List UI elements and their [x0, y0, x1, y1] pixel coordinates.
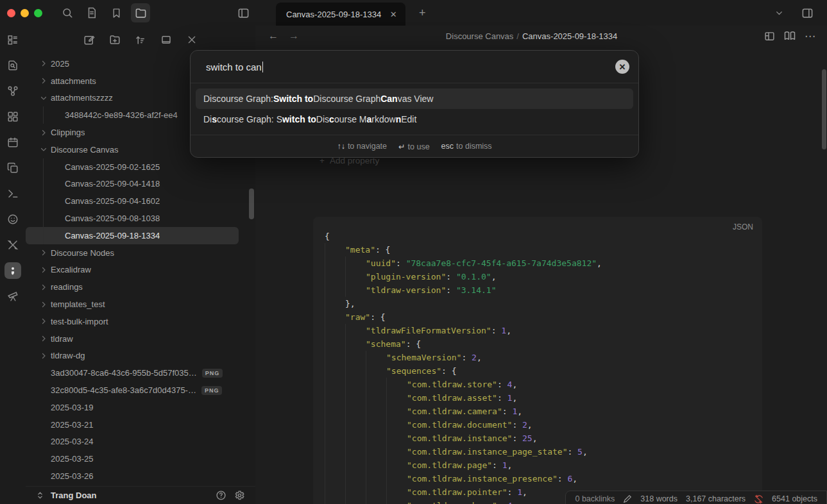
sort-order-icon[interactable] [131, 30, 150, 49]
terminal-icon[interactable] [4, 185, 21, 202]
chevron-down-icon[interactable] [769, 3, 789, 22]
palette-result[interactable]: Discourse Graph: Switch to Discourse Mar… [196, 109, 633, 130]
smile-icon[interactable] [4, 211, 21, 228]
close-window-button[interactable] [7, 9, 15, 17]
discourse-plugin-icon[interactable] [4, 262, 21, 279]
back-button[interactable]: ← [268, 30, 278, 42]
objects-count[interactable]: 6541 objects [772, 494, 817, 503]
tree-file[interactable]: Canvas-2025-09-18-1334 [26, 227, 239, 244]
chevron-right-icon[interactable] [40, 266, 51, 274]
chevron-down-icon[interactable] [40, 146, 51, 153]
new-note-icon[interactable] [80, 30, 99, 49]
new-folder-icon[interactable] [105, 30, 124, 49]
chevron-right-icon[interactable] [40, 77, 51, 85]
layout-icon[interactable] [764, 31, 775, 42]
tree-item-label: Canvas-2025-09-18-1334 [65, 231, 160, 240]
chevron-right-icon[interactable] [40, 352, 51, 360]
folder-icon[interactable] [131, 3, 150, 22]
chevron-right-icon[interactable] [40, 129, 51, 137]
main-scrollbar[interactable] [822, 69, 826, 149]
sync-off-icon[interactable] [754, 494, 763, 504]
panel-left-icon[interactable] [234, 3, 253, 22]
help-icon[interactable] [216, 490, 226, 501]
sidebar-scrollbar[interactable] [249, 189, 254, 219]
result-text-segment: Can [380, 94, 397, 104]
copy-icon[interactable] [4, 160, 21, 176]
chevron-right-icon[interactable] [40, 317, 51, 325]
code-indent-guide [325, 472, 345, 485]
code-indent-guide [366, 458, 386, 472]
character-count[interactable]: 3,167 characters [686, 494, 746, 503]
tree-folder[interactable]: Excalidraw [26, 262, 239, 279]
chevron-right-icon[interactable] [40, 249, 51, 256]
json-code-block[interactable]: JSON {"meta": {"uuid": "78caa7e8-cfc7-45… [313, 217, 762, 504]
more-options-icon[interactable]: ⋯ [805, 29, 815, 43]
left-ribbon [0, 26, 26, 504]
tree-folder[interactable]: tldraw [26, 330, 239, 348]
tree-file[interactable]: Canvas-2025-09-02-1625 [26, 158, 239, 176]
code-indent-guide [325, 391, 345, 405]
palette-result[interactable]: Discourse Graph: Switch to Discourse Gra… [196, 88, 633, 109]
code-token: : { [375, 245, 390, 255]
code-indent-guide [345, 378, 366, 391]
code-token: , [506, 326, 511, 335]
expand-view-icon[interactable] [157, 30, 176, 49]
tree-folder[interactable]: test-bulk-import [26, 313, 239, 330]
chevron-right-icon[interactable] [40, 335, 51, 342]
code-token: : [446, 272, 456, 281]
new-tab-button[interactable]: + [414, 5, 430, 21]
code-token: 2 [472, 353, 477, 362]
graph-icon[interactable] [4, 83, 21, 99]
tree-file[interactable]: 2025-03-25 [26, 450, 239, 467]
chevron-right-icon[interactable] [40, 301, 51, 308]
minimize-window-button[interactable] [21, 9, 29, 17]
tools-icon[interactable] [4, 237, 21, 253]
reading-view-icon[interactable] [784, 30, 796, 42]
tree-folder[interactable]: tldraw-dg [26, 348, 239, 365]
word-count[interactable]: 318 words [640, 494, 678, 503]
search-icon[interactable] [58, 3, 77, 22]
breadcrumb-parent[interactable]: Discourse Canvas [446, 31, 514, 41]
file-search-icon[interactable] [4, 57, 21, 74]
canvas-icon[interactable] [4, 108, 21, 125]
tree-file[interactable]: 2025-03-26 [26, 467, 239, 485]
zoom-window-button[interactable] [34, 9, 42, 17]
tree-folder[interactable]: Discourse Nodes [26, 244, 239, 262]
tree-file[interactable]: Canvas-2025-09-04-1602 [26, 192, 239, 210]
tree-file[interactable]: 32c800d5-4c35-afe8-3a6c7d0d4375-…PNG [26, 382, 239, 399]
code-indent-guide [325, 405, 345, 418]
calendar-icon[interactable] [4, 134, 21, 151]
vault-switcher-icon[interactable] [36, 491, 44, 500]
telescope-icon[interactable] [4, 288, 21, 305]
breadcrumb-current[interactable]: Canvas-2025-09-18-1334 [522, 31, 617, 41]
indent-guide [43, 158, 47, 176]
tab-close-icon[interactable]: ✕ [388, 8, 399, 20]
panel-right-icon[interactable] [797, 3, 817, 22]
list-icon[interactable] [4, 31, 21, 48]
tree-folder[interactable]: templates_test [26, 296, 239, 313]
tree-file[interactable]: 2025-03-24 [26, 433, 239, 451]
tree-file[interactable]: Canvas-2025-09-04-1418 [26, 176, 239, 193]
note-icon[interactable] [82, 3, 101, 22]
palette-input[interactable]: switch to can ✕ [191, 51, 638, 83]
bookmark-icon[interactable] [107, 3, 126, 22]
tree-file[interactable]: 2025-03-19 [26, 399, 239, 416]
tree-file[interactable]: 2025-03-21 [26, 416, 239, 433]
chevron-down-icon[interactable] [40, 94, 51, 102]
tree-folder[interactable]: readings [26, 278, 239, 296]
code-line: "com.tldraw.asset": 1, [325, 391, 751, 405]
code-token: : [502, 407, 513, 416]
tab-canvas-file[interactable]: Canvas-2025-09-18-1334 ✕ [276, 3, 405, 26]
code-indent-guide [386, 499, 407, 504]
chevron-right-icon[interactable] [40, 283, 51, 291]
forward-button[interactable]: → [289, 30, 299, 42]
collapse-all-icon[interactable] [182, 30, 201, 49]
chevron-right-icon[interactable] [40, 60, 51, 67]
settings-gear-icon[interactable] [234, 490, 245, 501]
tree-file[interactable]: Canvas-2025-09-08-1038 [26, 210, 239, 227]
vault-name[interactable]: Trang Doan [51, 491, 97, 500]
edit-mode-icon[interactable] [623, 494, 632, 503]
backlinks-count[interactable]: 0 backlinks [575, 494, 615, 503]
clear-search-icon[interactable]: ✕ [615, 60, 629, 74]
tree-file[interactable]: 3ad30047-8ca6-43c6-955b-5d57f035…PNG [26, 364, 239, 382]
